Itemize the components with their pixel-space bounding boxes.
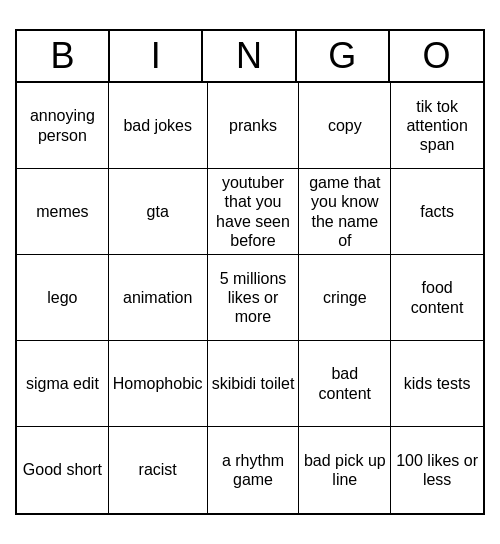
- cell-17: skibidi toilet: [208, 341, 300, 427]
- cell-1: bad jokes: [109, 83, 208, 169]
- cell-3: copy: [299, 83, 391, 169]
- cell-text-19: kids tests: [404, 374, 471, 393]
- cell-4: tik tok attention span: [391, 83, 483, 169]
- cell-text-11: animation: [123, 288, 192, 307]
- cell-text-21: racist: [139, 460, 177, 479]
- cell-text-8: game that you know the name of: [303, 173, 386, 250]
- cell-12: 5 millions likes or more: [208, 255, 300, 341]
- cell-5: memes: [17, 169, 109, 255]
- cell-text-13: cringe: [323, 288, 367, 307]
- cell-9: facts: [391, 169, 483, 255]
- cell-19: kids tests: [391, 341, 483, 427]
- cell-text-15: sigma edit: [26, 374, 99, 393]
- cell-text-0: annoying person: [21, 106, 104, 144]
- cell-text-18: bad content: [303, 364, 386, 402]
- cell-20: Good short: [17, 427, 109, 513]
- cell-24: 100 likes or less: [391, 427, 483, 513]
- cell-21: racist: [109, 427, 208, 513]
- cell-22: a rhythm game: [208, 427, 300, 513]
- header-letter-N: N: [203, 31, 296, 81]
- bingo-header: BINGO: [17, 31, 483, 83]
- cell-text-24: 100 likes or less: [395, 451, 479, 489]
- cell-16: Homophobic: [109, 341, 208, 427]
- cell-text-1: bad jokes: [123, 116, 192, 135]
- cell-13: cringe: [299, 255, 391, 341]
- cell-text-20: Good short: [23, 460, 102, 479]
- bingo-card: BINGO annoying personbad jokesprankscopy…: [15, 29, 485, 515]
- cell-14: food content: [391, 255, 483, 341]
- cell-18: bad content: [299, 341, 391, 427]
- cell-text-7: youtuber that you have seen before: [212, 173, 295, 250]
- cell-text-5: memes: [36, 202, 88, 221]
- cell-15: sigma edit: [17, 341, 109, 427]
- cell-23: bad pick up line: [299, 427, 391, 513]
- cell-11: animation: [109, 255, 208, 341]
- cell-text-22: a rhythm game: [212, 451, 295, 489]
- bingo-grid: annoying personbad jokesprankscopytik to…: [17, 83, 483, 513]
- cell-text-16: Homophobic: [113, 374, 203, 393]
- cell-text-3: copy: [328, 116, 362, 135]
- cell-text-23: bad pick up line: [303, 451, 386, 489]
- cell-10: lego: [17, 255, 109, 341]
- cell-text-2: pranks: [229, 116, 277, 135]
- cell-text-9: facts: [420, 202, 454, 221]
- cell-text-4: tik tok attention span: [395, 97, 479, 155]
- header-letter-G: G: [297, 31, 390, 81]
- cell-7: youtuber that you have seen before: [208, 169, 300, 255]
- header-letter-B: B: [17, 31, 110, 81]
- cell-0: annoying person: [17, 83, 109, 169]
- cell-8: game that you know the name of: [299, 169, 391, 255]
- cell-text-14: food content: [395, 278, 479, 316]
- cell-text-10: lego: [47, 288, 77, 307]
- cell-2: pranks: [208, 83, 300, 169]
- header-letter-O: O: [390, 31, 483, 81]
- header-letter-I: I: [110, 31, 203, 81]
- cell-text-12: 5 millions likes or more: [212, 269, 295, 327]
- cell-6: gta: [109, 169, 208, 255]
- cell-text-6: gta: [147, 202, 169, 221]
- cell-text-17: skibidi toilet: [212, 374, 295, 393]
